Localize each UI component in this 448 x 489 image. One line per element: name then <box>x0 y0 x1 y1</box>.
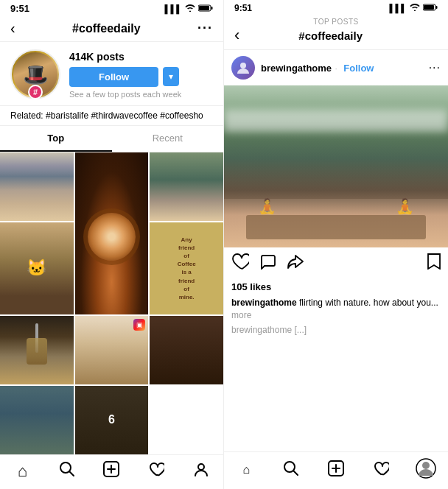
grid-cell-iced-coffee[interactable] <box>0 316 74 384</box>
nav-profile-left[interactable] <box>178 461 223 482</box>
header-right-row: ‹ #coffeedaily <box>234 26 438 45</box>
right-panel: 9:51 ▌▌▌ TOP POSTS ‹ #coffeedaily brewin… <box>224 0 448 489</box>
share-icon[interactable] <box>287 253 304 274</box>
separator-dot: · <box>335 63 337 74</box>
nav-heart-right[interactable] <box>358 458 403 482</box>
status-icons-left: ▌▌▌ <box>165 4 213 13</box>
tab-recent[interactable]: Recent <box>112 126 224 152</box>
top-posts-label: TOP POSTS <box>313 18 358 26</box>
nav-heart-left[interactable] <box>134 461 179 482</box>
instagram-badge: ▣ <box>133 319 145 331</box>
grid-cell-dessert[interactable]: ▣ <box>75 316 149 384</box>
wifi-icon-left <box>185 4 195 13</box>
grid-cell-dark1[interactable] <box>150 316 223 384</box>
caption-username[interactable]: brewingathome <box>231 298 297 308</box>
grid-cell-number[interactable]: 6 <box>75 386 149 454</box>
heart-icon-right <box>373 460 389 479</box>
post-author-info: brewingathome · Follow <box>261 61 374 74</box>
nav-profile-right[interactable] <box>403 458 448 482</box>
bottom-nav-left: ⌂ <box>0 454 223 489</box>
likes-count: 105 likes <box>224 280 448 295</box>
related-tag-items[interactable]: #baristalife #thirdwavecoffee #coffeesho <box>46 110 203 121</box>
tab-top[interactable]: Top <box>0 126 112 152</box>
left-actions <box>231 253 304 274</box>
profile-icon-right <box>416 458 436 482</box>
back-button-right[interactable]: ‹ <box>234 26 239 45</box>
battery-icon-left <box>198 4 213 13</box>
post-follow-button[interactable]: Follow <box>343 63 374 74</box>
more-count-badge: 6 <box>108 413 115 426</box>
hashtag-title-left: #coffeedaily <box>72 22 140 35</box>
nav-search-right[interactable] <box>269 458 314 482</box>
post-actions <box>224 247 448 280</box>
nav-home-left[interactable]: ⌂ <box>0 461 45 482</box>
like-icon[interactable] <box>231 253 249 274</box>
grid-cell-quote[interactable]: AnyfriendofCoffeeis afriendofmine. <box>150 222 223 314</box>
search-icon-left <box>59 461 75 482</box>
grid-cell-mountain1[interactable] <box>0 152 74 221</box>
profile-section: 🎩 # 414K posts Follow ▾ See a few top po… <box>0 42 223 105</box>
follow-button[interactable]: Follow <box>69 67 158 87</box>
post-username[interactable]: brewingathome <box>261 63 332 74</box>
svg-rect-1 <box>211 7 213 10</box>
svg-rect-11 <box>424 5 434 10</box>
add-icon-right <box>328 460 344 479</box>
profile-info: 414K posts Follow ▾ See a few top posts … <box>69 51 213 99</box>
avatar-wrapper: 🎩 # <box>10 49 60 99</box>
caption-text: flirting with nature. how about you... <box>299 298 438 308</box>
status-bar-left: 9:51 ▌▌▌ <box>0 0 223 15</box>
post-author-row: brewingathome · Follow <box>231 56 374 80</box>
post-main-image: 🧘 🧘 <box>224 85 448 247</box>
caption-row: brewingathome flirting with nature. how … <box>224 295 448 323</box>
photo-grid: 🐱 AnyfriendofCoffeeis afriendofmine. ▣ 6 <box>0 152 223 454</box>
follow-row: Follow ▾ <box>69 67 213 87</box>
add-icon-left <box>103 461 119 482</box>
comment-preview: brewingathome [...] <box>224 323 448 337</box>
posts-count: 414K posts <box>69 51 213 63</box>
header-right: TOP POSTS ‹ #coffeedaily <box>224 15 448 50</box>
svg-rect-10 <box>436 6 438 9</box>
grid-cell-mountain2[interactable] <box>150 152 223 221</box>
comment-icon[interactable] <box>259 253 277 274</box>
search-icon-right <box>283 460 299 479</box>
status-bar-right: 9:51 ▌▌▌ <box>224 0 448 15</box>
menu-dots-left[interactable]: ··· <box>197 21 213 36</box>
posts-label: posts <box>97 51 124 63</box>
time-left: 9:51 <box>10 3 29 14</box>
heart-icon-left <box>148 461 164 482</box>
post-header: brewingathome · Follow ··· <box>224 50 448 85</box>
grid-cell-coffee-art[interactable] <box>75 152 149 314</box>
grid-cell-pool[interactable] <box>0 386 74 454</box>
back-button-left[interactable]: ‹ <box>10 20 15 37</box>
wifi-icon-right <box>410 4 420 13</box>
save-icon[interactable] <box>427 253 441 274</box>
nav-search-left[interactable] <box>45 461 90 482</box>
caption-more-link[interactable]: more <box>231 310 251 320</box>
time-right: 9:51 <box>234 3 252 13</box>
nav-add-left[interactable] <box>89 461 134 482</box>
follow-dropdown[interactable]: ▾ <box>163 67 179 86</box>
post-menu-dots[interactable]: ··· <box>429 61 441 74</box>
svg-point-19 <box>422 462 430 469</box>
tabs-row: Top Recent <box>0 126 223 152</box>
signal-icon-right: ▌▌▌ <box>390 4 407 13</box>
svg-point-12 <box>240 63 246 68</box>
home-icon-left: ⌂ <box>18 462 27 481</box>
hashtag-title-right: #coffeedaily <box>298 29 363 42</box>
related-label: Related: <box>10 110 43 121</box>
bottom-nav-right: ⌂ <box>224 451 448 489</box>
post-avatar <box>231 56 255 80</box>
status-icons-right: ▌▌▌ <box>390 4 438 13</box>
nav-home-right[interactable]: ⌂ <box>224 458 269 482</box>
grid-cell-cat[interactable]: 🐱 <box>0 222 74 314</box>
profile-icon-left <box>193 461 209 482</box>
nav-add-right[interactable] <box>314 458 359 482</box>
svg-rect-2 <box>199 6 209 10</box>
header-left: ‹ #coffeedaily ··· <box>0 15 223 42</box>
left-panel: 9:51 ▌▌▌ ‹ #coffeedaily ··· 🎩 # 414K po <box>0 0 224 489</box>
hashtag-badge: # <box>28 85 43 99</box>
battery-icon-right <box>423 4 438 13</box>
signal-icon-left: ▌▌▌ <box>165 4 182 13</box>
svg-line-14 <box>293 471 298 475</box>
svg-line-4 <box>69 471 74 476</box>
